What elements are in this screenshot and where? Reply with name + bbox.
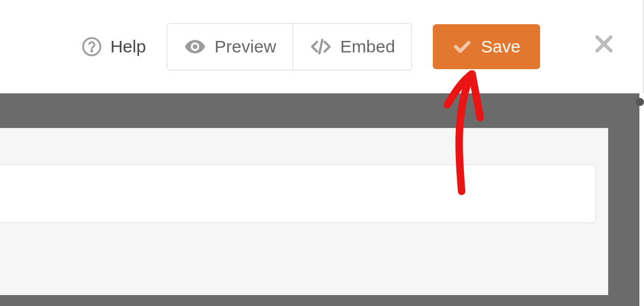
close-button[interactable] bbox=[585, 26, 624, 67]
svg-point-2 bbox=[193, 44, 197, 49]
top-bar: Help Preview bbox=[0, 0, 644, 93]
save-button[interactable]: Save bbox=[433, 24, 540, 69]
help-label: Help bbox=[110, 37, 146, 56]
indicator-dot bbox=[636, 98, 644, 106]
preview-button[interactable]: Preview bbox=[167, 24, 293, 70]
help-button[interactable]: Help bbox=[65, 26, 162, 67]
editor-frame bbox=[0, 93, 639, 306]
save-label: Save bbox=[481, 37, 521, 56]
svg-point-1 bbox=[91, 51, 92, 52]
embed-label: Embed bbox=[340, 37, 395, 56]
close-icon bbox=[591, 32, 619, 59]
code-icon bbox=[309, 35, 332, 58]
svg-point-0 bbox=[83, 38, 100, 55]
input-field[interactable] bbox=[0, 164, 596, 223]
embed-button[interactable]: Embed bbox=[293, 24, 411, 70]
eye-icon bbox=[184, 35, 207, 58]
toolbar: Help Preview bbox=[65, 23, 637, 70]
svg-line-3 bbox=[319, 40, 322, 53]
preview-label: Preview bbox=[215, 37, 276, 56]
content-pane bbox=[0, 128, 608, 295]
help-icon bbox=[81, 36, 102, 57]
button-group: Preview Embed bbox=[167, 23, 412, 70]
check-icon bbox=[452, 37, 472, 56]
